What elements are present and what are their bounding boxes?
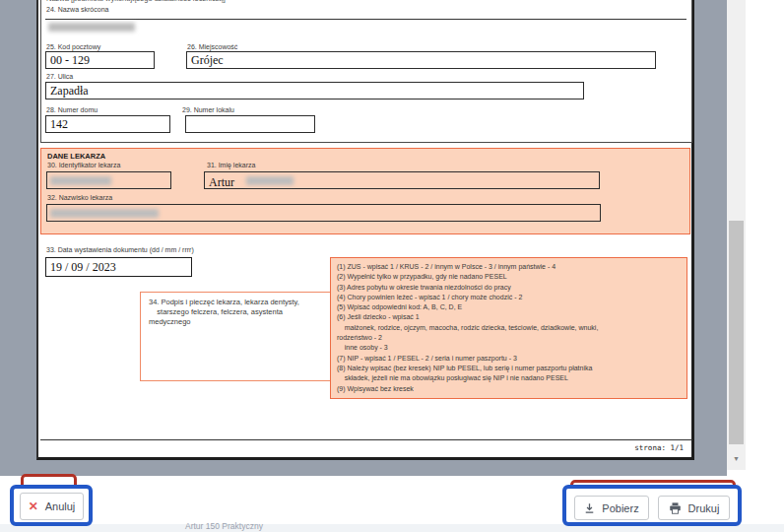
doctor-section: DANE LEKARZA 30. Identyfikator lekarza 3…	[40, 148, 690, 234]
field-33-box: 19 / 09 / 2023	[45, 257, 192, 277]
field-28-box: 142	[45, 115, 170, 133]
field-26-box: Grójec	[186, 51, 656, 69]
print-button[interactable]: Drukuj	[658, 496, 730, 520]
scrollbar-thumb[interactable]	[729, 221, 744, 444]
footnotes-box: (1) ZUS - wpisać 1 / KRUS - 2 / innym w …	[330, 257, 687, 399]
field-25-box: 00 - 129	[45, 51, 155, 69]
field-28-value: 142	[46, 116, 169, 132]
doctor-section-title: DANE LEKARZA	[47, 152, 105, 161]
clipped-bottom-text: Artur 150 Praktyczny	[185, 521, 263, 531]
field-32-box	[46, 204, 601, 222]
field-25-value: 00 - 129	[46, 52, 154, 68]
page-footer-line	[40, 439, 692, 440]
download-button[interactable]: Pobierz	[574, 496, 649, 520]
field-26-value: Grójec	[187, 52, 655, 68]
field-29-label: 29. Numer lokalu	[182, 106, 234, 114]
download-button-label: Pobierz	[602, 502, 638, 514]
printer-icon	[669, 502, 682, 514]
field-25-label: 25. Kod pocztowy	[46, 43, 100, 51]
field-24-redacted-value	[48, 23, 135, 32]
field-26-label: 26. Miejscowość	[187, 43, 237, 51]
field-31-box: Artur	[204, 171, 600, 189]
field-27-label: 27. Ulica	[46, 73, 73, 81]
field-32-redacted-value	[50, 209, 159, 218]
field-27-box: Zapadła	[45, 82, 584, 100]
field-30-redacted-value	[50, 176, 111, 185]
field-31-redacted-suffix	[246, 176, 294, 185]
cancel-button-label: Anuluj	[45, 500, 76, 512]
print-button-label: Drukuj	[688, 502, 720, 514]
field-29-box	[185, 115, 315, 133]
field-30-label: 30. Identyfikator lekarza	[47, 162, 120, 169]
field-31-label: 31. Imię lekarza	[207, 162, 255, 169]
page-indicator: strona: 1/1	[482, 443, 684, 452]
field-27-value: Zapadła	[46, 83, 583, 99]
footnotes-text: (1) ZUS - wpisać 1 / KRUS - 2 / innym w …	[337, 262, 681, 394]
field-33-label: 33. Data wystawienia dokumentu (dd / mm …	[46, 246, 194, 254]
download-icon	[584, 502, 595, 514]
field-24-label: 24. Nazwa skrócona	[46, 6, 108, 14]
document-page: Nazwa [podmiotu wykonującego działalność…	[36, 0, 694, 460]
field-31-value: Artur	[205, 174, 234, 190]
cancel-button[interactable]: ✕ Anuluj	[20, 493, 84, 520]
field-28-label: 28. Numer domu	[46, 106, 98, 114]
cancel-x-icon: ✕	[29, 500, 38, 512]
field-32-label: 32. Nazwisko lekarza	[47, 194, 112, 202]
field-24-line	[45, 19, 686, 20]
scrollbar-down-arrow-icon[interactable]: ▼	[727, 446, 746, 470]
field-33-value: 19 / 09 / 2023	[46, 258, 191, 276]
field-30-box	[46, 171, 171, 189]
